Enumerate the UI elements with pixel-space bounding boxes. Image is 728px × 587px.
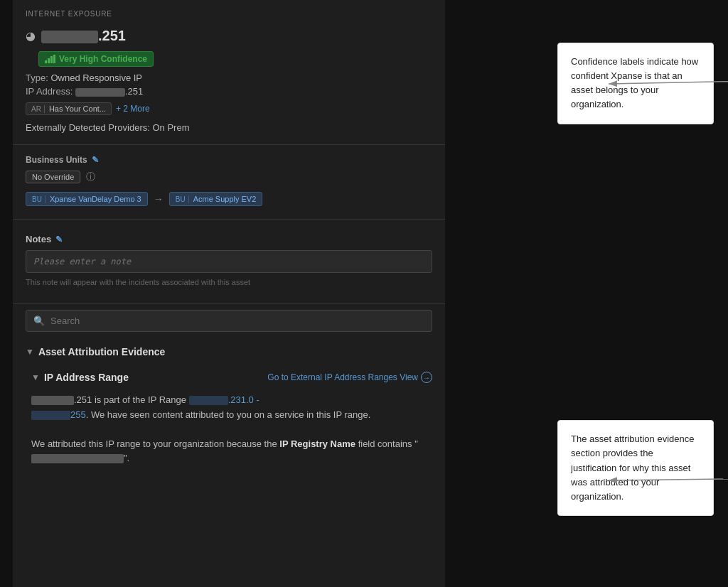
evidence-bold: IP Registry Name [279, 438, 355, 449]
bu1-prefix: BU [32, 195, 46, 203]
tooltip-confidence-text: Confidence labels indicate how confident… [571, 56, 698, 109]
evidence-blurred-2 [31, 454, 124, 463]
attribution-chevron-icon[interactable]: ▼ [26, 347, 34, 357]
right-panel: Confidence labels indicate how confident… [445, 0, 728, 587]
confidence-label: Very High Confidence [59, 54, 147, 64]
confidence-badge: Very High Confidence [38, 51, 154, 67]
bu2-prefix: BU [176, 195, 189, 203]
ip-range-label: IP Address Range [44, 372, 129, 383]
ip-range-section: ▼ IP Address Range Go to External IP Add… [26, 367, 432, 475]
evidence-post: . We have seen content attributed to you… [86, 409, 371, 420]
search-icon: 🔍 [33, 316, 45, 326]
evidence-mid2: field contains " [358, 438, 418, 449]
ip-range-header: ▼ IP Address Range Go to External IP Add… [31, 367, 432, 387]
notes-section: Notes ✎ This note will appear with the i… [13, 225, 445, 298]
bar-chart-icon [45, 55, 55, 63]
evidence-range-blurred [189, 396, 228, 405]
evidence-text-1: .251 is part of the IP Range .231.0 - 25… [31, 387, 432, 431]
evidence-range-start: .231.0 - [228, 394, 259, 405]
type-row: Type: Owned Responsive IP [13, 71, 445, 85]
business-units-label: Business Units [26, 155, 87, 165]
bu2-label: Acme Supply EV2 [193, 195, 257, 203]
ip-icon: ◕ [26, 29, 36, 43]
tag-ar-text: Has Your Cont... [49, 104, 106, 113]
bu-tag-2: BU Acme Supply EV2 [169, 192, 263, 206]
external-link-icon: → [421, 372, 432, 383]
go-to-link-text: Go to External IP Address Ranges View [267, 372, 418, 382]
evidence-end2: ". [124, 453, 129, 463]
evidence-suffix-1: .251 is part of the IP Range [74, 394, 189, 405]
arrow-right-icon: → [154, 193, 164, 205]
bu1-label: Xpanse VanDelay Demo 3 [50, 195, 141, 203]
tag-ar: AR Has Your Cont... [26, 102, 112, 115]
evidence-text-2: We attributed this IP range to your orga… [31, 431, 432, 475]
override-button[interactable]: No Override [26, 171, 80, 183]
notes-header: Notes ✎ [26, 234, 432, 244]
ip-label: IP Address: [26, 86, 73, 97]
providers-value: On Prem [152, 122, 189, 133]
main-panel: INTERNET EXPOSURE ◕ .251 Very High Confi… [13, 0, 445, 587]
override-row: No Override ⓘ [13, 168, 445, 189]
ip-blurred [41, 31, 98, 43]
evidence-blurred-1 [31, 396, 74, 405]
ip-row: ◕ .251 [13, 23, 445, 47]
divider-1 [13, 144, 445, 145]
notes-hint: This note will appear with the incidents… [26, 275, 432, 294]
evidence-range-end: 255 [70, 409, 86, 420]
tooltip-attribution: The asset attribution evidence section p… [557, 420, 714, 516]
type-label: Type: [26, 72, 48, 83]
left-sidebar [0, 0, 13, 587]
providers-label: Externally Detected Providers: [26, 122, 150, 133]
search-bar-container: 🔍 [26, 310, 432, 332]
notes-input[interactable] [26, 250, 432, 273]
ip-address-row: IP Address: .251 [13, 85, 445, 98]
ip-range-title: ▼ IP Address Range [31, 372, 129, 383]
search-input[interactable] [50, 316, 424, 326]
attribution-header: ▼ Asset Attribution Evidence [26, 342, 432, 362]
notes-label: Notes [26, 234, 51, 244]
attribution-label: Asset Attribution Evidence [38, 346, 165, 357]
ip-address-suffix: .251 [125, 86, 143, 97]
business-units-header: Business Units ✎ [13, 151, 445, 168]
ip-range-chevron-icon[interactable]: ▼ [31, 372, 40, 382]
bu-chain: BU Xpanse VanDelay Demo 3 → BU Acme Supp… [13, 189, 445, 213]
tooltip-confidence: Confidence labels indicate how confident… [557, 43, 714, 124]
tag-ar-prefix: AR [31, 105, 45, 113]
tag-row: AR Has Your Cont... + 2 More [13, 98, 445, 119]
ip-address: .251 [41, 28, 126, 44]
type-value: Owned Responsive IP [50, 72, 142, 83]
edit-icon[interactable]: ✎ [92, 155, 99, 165]
providers-row: Externally Detected Providers: On Prem [13, 119, 445, 139]
evidence-pre2: We attributed this IP range to your orga… [31, 438, 277, 449]
divider-3 [13, 303, 445, 304]
evidence-range-end-blurred [31, 411, 70, 420]
section-header: INTERNET EXPOSURE [13, 0, 445, 23]
notes-edit-icon[interactable]: ✎ [55, 235, 63, 244]
info-icon[interactable]: ⓘ [86, 171, 95, 183]
ip-address-blurred [75, 88, 125, 97]
divider-2 [13, 219, 445, 220]
tooltip-attribution-text: The asset attribution evidence section p… [571, 433, 694, 502]
go-to-link[interactable]: Go to External IP Address Ranges View → [267, 372, 432, 383]
more-link[interactable]: + 2 More [116, 104, 150, 114]
bu-tag-1: BU Xpanse VanDelay Demo 3 [26, 192, 148, 206]
attribution-section: ▼ Asset Attribution Evidence ▼ IP Addres… [13, 338, 445, 479]
